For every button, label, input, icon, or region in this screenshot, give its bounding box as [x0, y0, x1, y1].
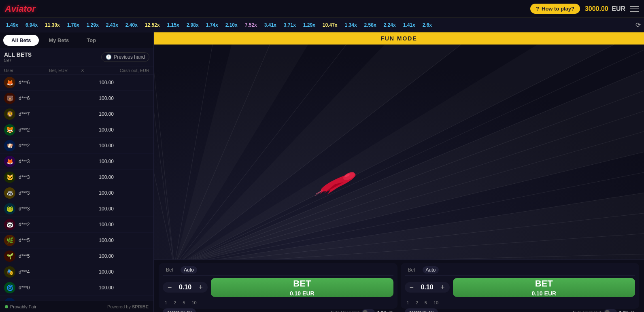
previous-hand-button[interactable]: 🕐 Previous hand — [101, 52, 149, 62]
quick-amt-2-10[interactable]: 10 — [431, 299, 440, 306]
mult-badge[interactable]: 6.94x — [23, 21, 40, 29]
mult-badge[interactable]: 3.71x — [281, 21, 299, 29]
bet-input-row-1: − 0.10 + BET 0.10 EUR — [163, 278, 393, 297]
auto-cash-toggle-1[interactable] — [362, 309, 375, 312]
mult-badge[interactable]: 1.34x — [342, 21, 360, 29]
quick-amounts-1: 1 2 5 10 — [163, 299, 393, 306]
menu-button[interactable] — [630, 6, 639, 12]
hamburger-line — [630, 6, 639, 7]
bet-amount: 100.00 — [85, 269, 114, 275]
bet-amount: 100.00 — [85, 96, 114, 101]
increase-bet-2-button[interactable]: + — [440, 284, 445, 291]
powered-by: Powered by SPRIBE — [107, 304, 149, 309]
mult-badge[interactable]: 2.24x — [381, 21, 399, 29]
mult-badge[interactable]: 10.47x — [320, 21, 340, 29]
table-row: 🐶 d***2 100.00 — [0, 138, 153, 154]
cash-out-val-1: 1.10 — [377, 310, 386, 312]
table-row: 🐼 d***2 100.00 — [0, 217, 153, 233]
table-row: 🐯 d***2 100.00 — [0, 122, 153, 138]
bet-tab-2-auto[interactable]: Auto — [423, 266, 439, 274]
mult-badge[interactable]: 1.29x — [84, 21, 102, 29]
provably-fair-icon — [5, 305, 8, 308]
quick-amt-1-10[interactable]: 10 — [189, 299, 198, 306]
mult-badge[interactable]: 2.98x — [184, 21, 202, 29]
bet-adjuster-1: − 0.10 + — [163, 282, 208, 293]
bet-tab-1-bet[interactable]: Bet — [163, 266, 176, 274]
bet-label-1: BET — [293, 278, 311, 290]
quick-amt-1-2[interactable]: 2 — [172, 299, 178, 306]
quick-amt-1-5[interactable]: 5 — [181, 299, 187, 306]
decrease-bet-1-button[interactable]: − — [168, 284, 172, 291]
mult-badge[interactable]: 1.41x — [400, 21, 418, 29]
bet-tab-1-auto[interactable]: Auto — [181, 266, 197, 274]
auto-cash-toggle-2[interactable] — [604, 309, 617, 312]
quick-amt-1-1[interactable]: 1 — [163, 299, 169, 306]
mult-badge[interactable]: 2.40x — [123, 21, 140, 29]
bet-amount: 100.00 — [85, 238, 114, 243]
bet-panel-2: Bet Auto − 0.10 + BET 0.10 EUR 1 — [401, 263, 640, 309]
mult-badge[interactable]: 2.43x — [103, 21, 121, 29]
avatar: 🌊 — [4, 298, 15, 301]
bet-amount: 100.00 — [85, 174, 114, 180]
svg-line-32 — [314, 191, 321, 196]
auto-cash-row-1: Auto Cash Out 1.10 ✕ — [330, 309, 393, 312]
username: d***2 — [19, 222, 82, 227]
bet-action-1-button[interactable]: BET 0.10 EUR — [211, 278, 393, 297]
how-to-play-button[interactable]: ? How to play? — [530, 4, 580, 14]
game-area: FUN MODE — [154, 32, 644, 312]
auto-play-2-button[interactable]: AUTO PLAY — [405, 308, 438, 312]
quick-amt-2-5[interactable]: 5 — [423, 299, 429, 306]
refresh-icon-button[interactable]: ⟳ — [635, 21, 641, 29]
mult-badge[interactable]: 1.29x — [300, 21, 318, 29]
auto-play-1-button[interactable]: AUTO PLAY — [163, 308, 196, 312]
bet-tab-2-bet[interactable]: Bet — [405, 266, 419, 274]
auto-cash-row-2: Auto Cash Out 1.10 ✕ — [572, 309, 635, 312]
table-row: 🦁 d***7 100.00 — [0, 106, 153, 122]
tab-all-bets[interactable]: All Bets — [3, 35, 39, 46]
avatar: 🌱 — [4, 250, 15, 262]
quick-amt-2-1[interactable]: 1 — [405, 299, 411, 306]
balance-display: 3000.00 EUR — [585, 5, 625, 13]
username: d***3 — [19, 174, 82, 180]
bet-value-2: 0.10 — [417, 284, 437, 291]
avatar: 🐯 — [4, 124, 15, 136]
bet-sub-2: 0.10 EUR — [531, 290, 556, 297]
mult-badge[interactable]: 1.15x — [164, 21, 182, 29]
mult-badge[interactable]: 12.52x — [142, 21, 163, 29]
username: d***2 — [19, 127, 82, 133]
avatar: 🌿 — [4, 235, 15, 246]
tab-top[interactable]: Top — [79, 35, 104, 46]
avatar: 🐶 — [4, 140, 15, 151]
main-content: All Bets My Bets Top ALL BETS 597 🕐 Prev… — [0, 32, 644, 312]
bet-input-row-2: − 0.10 + BET 0.10 EUR — [405, 278, 635, 297]
mult-badge[interactable]: 11.30x — [42, 21, 63, 29]
top-nav-right: ? How to play? 3000.00 EUR — [530, 4, 639, 14]
close-autocash-1-button[interactable]: ✕ — [389, 309, 393, 312]
avatar: 🦊 — [4, 156, 15, 167]
quick-amt-2-2[interactable]: 2 — [414, 299, 420, 306]
mult-badge[interactable]: 1.74x — [203, 21, 221, 29]
avatar: 🐱 — [4, 172, 15, 183]
mult-badge[interactable]: 2.10x — [223, 21, 240, 29]
mult-badge[interactable]: 1.49x — [3, 21, 21, 29]
table-row: 🦊 d***6 100.00 — [0, 75, 153, 91]
hamburger-line — [630, 11, 639, 12]
table-row: 🐻 d***6 100.00 — [0, 91, 153, 106]
game-canvas — [154, 45, 644, 259]
close-autocash-2-button[interactable]: ✕ — [630, 309, 635, 312]
multiplier-bar: 1.49x 6.94x 11.30x 1.78x 1.29x 2.43x 2.4… — [0, 18, 644, 32]
hamburger-line — [630, 8, 639, 9]
mult-badge[interactable]: 2.58x — [361, 21, 379, 29]
decrease-bet-2-button[interactable]: − — [410, 284, 414, 291]
username: d***6 — [19, 96, 82, 101]
mult-badge[interactable]: 1.78x — [64, 21, 82, 29]
bet-action-2-button[interactable]: BET 0.10 EUR — [453, 278, 635, 297]
mult-badge[interactable]: 3.41x — [261, 21, 279, 29]
bets-list: 🦊 d***6 100.00 🐻 d***6 100.00 🦁 d***7 10… — [0, 75, 153, 301]
mult-badge[interactable]: 2.6x — [420, 21, 435, 29]
tab-my-bets[interactable]: My Bets — [40, 35, 77, 46]
mult-badge[interactable]: 7.52x — [242, 21, 260, 29]
col-user: User — [4, 68, 13, 73]
increase-bet-1-button[interactable]: + — [199, 284, 203, 291]
avatar: 🐻 — [4, 93, 15, 104]
